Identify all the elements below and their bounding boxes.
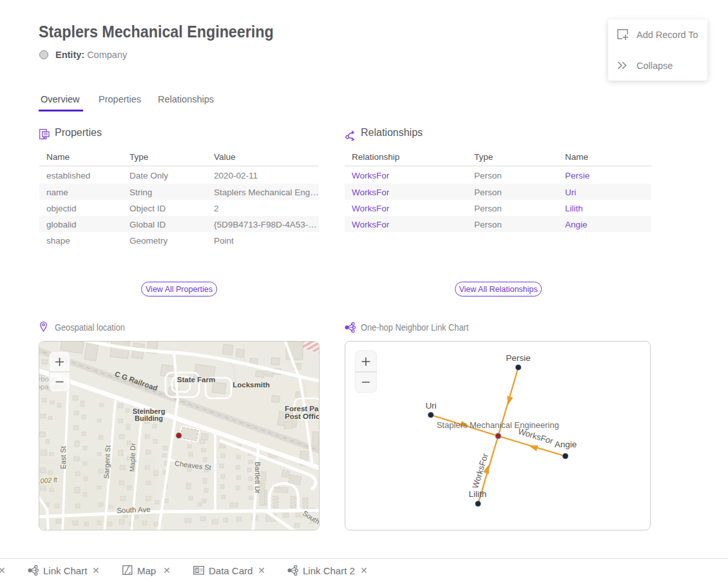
svg-text:State Farm: State Farm [177,376,215,383]
svg-text:Lilith: Lilith [469,489,487,499]
svg-text:Persie: Persie [506,353,530,363]
svg-text:South Ave: South Ave [117,505,151,514]
svg-text:Locksmith: Locksmith [233,381,270,389]
svg-text:East St: East St [59,446,67,469]
svg-text:Angie: Angie [555,440,577,449]
svg-text:Staplers Mechanical Engineerin: Staplers Mechanical Engineering [437,420,559,430]
svg-text:Forest Par: Forest Par [285,405,319,412]
svg-text:Uri: Uri [425,401,436,411]
svg-text:1002 ft: 1002 ft [39,476,58,485]
svg-text:Post Offic: Post Offic [285,412,319,420]
svg-text:Building: Building [135,414,163,422]
svg-text:Maple Dr: Maple Dr [128,443,137,472]
